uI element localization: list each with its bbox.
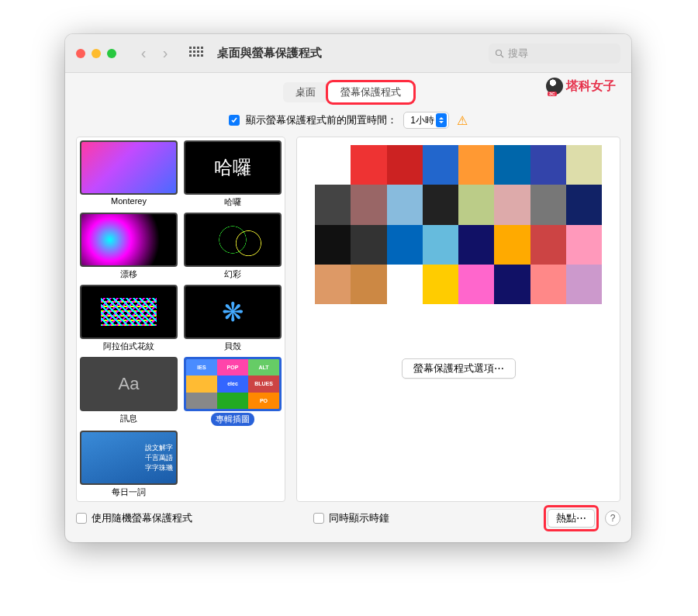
- saver-label: 訊息: [80, 413, 178, 424]
- idle-label: 顯示螢幕保護程式前的閒置時間：: [246, 113, 397, 127]
- saver-label: 漂移: [80, 268, 178, 280]
- saver-item-message[interactable]: Aa訊息: [80, 357, 178, 426]
- preview-tile: [494, 265, 530, 304]
- saver-item-album[interactable]: IESPOPALTelecBLUESPO專輯插圖: [184, 357, 282, 426]
- saver-label: 專輯插圖: [211, 413, 254, 426]
- preview-tile: [530, 185, 566, 224]
- saver-label: 幻彩: [184, 268, 282, 280]
- show-all-icon[interactable]: [189, 47, 203, 61]
- idle-time-row: 顯示螢幕保護程式前的閒置時間： 1小時 ⚠: [65, 109, 631, 137]
- preview-tile: [351, 145, 386, 185]
- minimize-icon[interactable]: [92, 49, 101, 58]
- preview-tile: [315, 265, 351, 304]
- saver-item-monterey[interactable]: Monterey: [80, 140, 178, 208]
- saver-thumb: [184, 285, 282, 339]
- svg-line-1: [501, 55, 503, 57]
- idle-time-select[interactable]: 1小時: [403, 112, 449, 129]
- stepper-icon: [436, 113, 447, 127]
- saver-label: 每日一詞: [80, 486, 178, 498]
- preview-tile: [566, 265, 602, 304]
- saver-label: 哈囉: [184, 196, 282, 208]
- preview-tile: [387, 185, 423, 224]
- segmented-control: 桌面 螢幕保護程式: [283, 82, 413, 102]
- search-field[interactable]: 搜尋: [489, 43, 620, 64]
- preview-tile: [530, 145, 566, 185]
- clock-checkbox[interactable]: [313, 513, 324, 524]
- saver-item-fantasy[interactable]: 幻彩: [184, 213, 282, 280]
- saver-thumb: [184, 213, 282, 267]
- watermark-avatar-icon: [546, 78, 563, 95]
- preview-tile: [458, 185, 494, 224]
- preview-tile: [387, 225, 423, 265]
- zoom-icon[interactable]: [107, 49, 116, 58]
- search-placeholder: 搜尋: [508, 47, 528, 61]
- preview-tile: [530, 265, 566, 304]
- preview-tile: [494, 185, 530, 224]
- idle-checkbox[interactable]: [229, 115, 240, 126]
- close-icon[interactable]: [76, 49, 85, 58]
- preview-tile: [458, 145, 494, 185]
- preview-tile: [351, 265, 386, 304]
- tab-desktop[interactable]: 桌面: [283, 82, 328, 102]
- random-checkbox[interactable]: [76, 513, 87, 524]
- preview-tile: [315, 225, 351, 265]
- saver-label: 貝殼: [184, 341, 282, 352]
- preview-tile: [566, 225, 602, 265]
- preview-tile: [566, 145, 602, 185]
- saver-list[interactable]: Monterey哈囉哈囉漂移幻彩阿拉伯式花紋貝殼Aa訊息IESPOPALTele…: [76, 137, 285, 502]
- screensaver-options-button[interactable]: 螢幕保護程式選項⋯: [402, 358, 516, 379]
- saver-item-drift[interactable]: 漂移: [80, 213, 178, 280]
- window-title: 桌面與螢幕保護程式: [217, 46, 322, 61]
- preview-tile: [315, 145, 351, 185]
- watermark-text: 塔科女子: [566, 78, 616, 95]
- preview-tile: [387, 265, 423, 304]
- preview-tile: [315, 185, 351, 224]
- content-area: Monterey哈囉哈囉漂移幻彩阿拉伯式花紋貝殼Aa訊息IESPOPALTele…: [65, 137, 631, 513]
- saver-thumb: 哈囉: [184, 140, 282, 195]
- warning-icon: ⚠: [457, 113, 468, 128]
- preview-tile: [530, 225, 566, 265]
- preview-tile: [458, 225, 494, 265]
- titlebar: ‹ › 桌面與螢幕保護程式 搜尋: [65, 34, 631, 73]
- clock-label: 同時顯示時鐘: [329, 511, 389, 525]
- saver-item-shell[interactable]: 貝殼: [184, 285, 282, 352]
- svg-point-0: [496, 50, 502, 55]
- help-button[interactable]: ?: [605, 510, 620, 526]
- footer: 使用隨機螢幕保護程式 同時顯示時鐘 熱點⋯ ?: [76, 505, 620, 531]
- saver-label: 阿拉伯式花紋: [80, 341, 178, 352]
- preview-tile: [423, 145, 458, 185]
- preview-tile: [494, 225, 530, 265]
- preview-tile: [494, 145, 530, 185]
- forward-button[interactable]: ›: [155, 43, 175, 64]
- nav-buttons: ‹ ›: [133, 43, 175, 64]
- saver-thumb: [80, 285, 178, 339]
- preview-tile: [458, 265, 494, 304]
- preview-tile: [351, 185, 386, 224]
- idle-time-value: 1小時: [410, 114, 434, 127]
- preview-tile: [351, 225, 386, 265]
- watermark: 塔科女子: [546, 78, 616, 95]
- preview-tile: [423, 185, 458, 224]
- saver-thumb: Aa: [80, 357, 178, 411]
- saver-thumb: IESPOPALTelecBLUESPO: [184, 357, 282, 411]
- search-icon: [495, 49, 504, 58]
- saver-item-arabesque[interactable]: 阿拉伯式花紋: [80, 285, 178, 352]
- hotcorners-button[interactable]: 熱點⋯: [548, 509, 595, 528]
- preview-tile: [387, 145, 423, 185]
- saver-label: Monterey: [80, 196, 178, 206]
- random-label: 使用隨機螢幕保護程式: [92, 511, 192, 525]
- preview-tile: [566, 185, 602, 224]
- screensaver-preview: [315, 145, 602, 304]
- saver-thumb: [80, 140, 178, 195]
- hotcorners-highlight: 熱點⋯: [544, 505, 599, 531]
- traffic-lights: [76, 49, 116, 58]
- system-prefs-window: ‹ › 桌面與螢幕保護程式 搜尋 塔科女子 桌面 螢幕保護程式 顯示螢幕保護程式…: [65, 34, 631, 542]
- saver-thumb: [80, 213, 178, 267]
- saver-item-hello[interactable]: 哈囉哈囉: [184, 140, 282, 208]
- preview-tile: [423, 265, 458, 304]
- tab-screensaver[interactable]: 螢幕保護程式: [328, 82, 413, 102]
- saver-thumb: 說文解字千言萬語字字珠璣: [80, 431, 178, 485]
- back-button[interactable]: ‹: [133, 43, 154, 64]
- preview-panel: 螢幕保護程式選項⋯: [296, 137, 620, 502]
- saver-item-word[interactable]: 說文解字千言萬語字字珠璣每日一詞: [80, 431, 178, 498]
